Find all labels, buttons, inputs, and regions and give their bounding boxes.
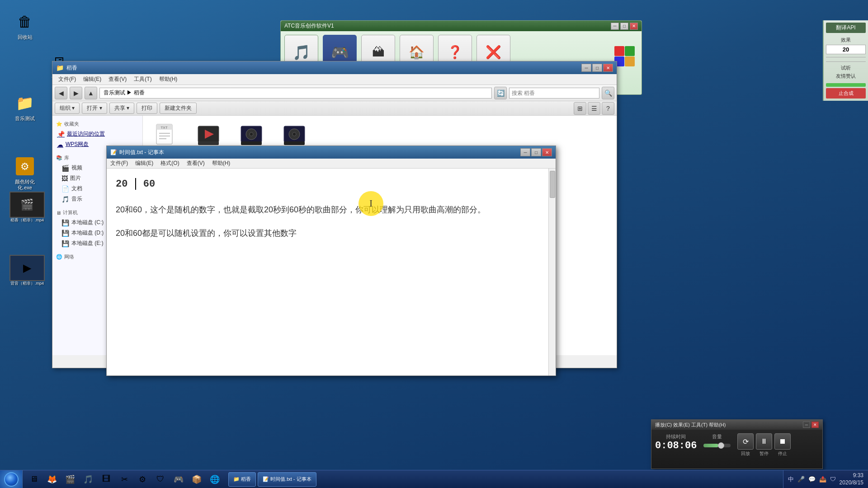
stop-btn[interactable]: ⏹ bbox=[774, 433, 791, 450]
desktop-icon-music[interactable]: 📁 音乐测试 bbox=[7, 90, 43, 123]
menu-tools[interactable]: 工具(T) bbox=[130, 75, 155, 84]
new-folder-btn[interactable]: 新建文件夹 bbox=[160, 103, 197, 114]
taskbar-icon-antivirus[interactable]: 🛡 bbox=[152, 471, 169, 488]
explorer-title-left: 📁 稻香 bbox=[56, 64, 77, 72]
notepad-minimize-btn[interactable]: ─ bbox=[520, 148, 530, 156]
notepad-menu-format[interactable]: 格式(O) bbox=[157, 159, 183, 168]
stop-synth-btn[interactable]: 止合成 bbox=[826, 88, 866, 99]
notepad-title-text: 时间值.txt - 记事本 bbox=[119, 149, 164, 156]
notepad-scrollbar[interactable] bbox=[548, 169, 556, 375]
media-close-btn[interactable]: ✕ bbox=[811, 422, 819, 428]
music-icon: 🎵 bbox=[61, 196, 69, 203]
explorer-close-btn[interactable]: ✕ bbox=[603, 64, 613, 72]
notepad-menu-view[interactable]: 查看(V) bbox=[183, 159, 208, 168]
recent-label: 最近访问的位置 bbox=[67, 130, 105, 138]
transform-icon: ⚙ bbox=[14, 155, 36, 177]
taskbar-icon-explorer[interactable]: 🖥 bbox=[26, 471, 42, 488]
share-btn[interactable]: 共享 ▾ bbox=[109, 103, 134, 114]
taskbar-app-notepad[interactable]: 📝 时间值.txt - 记事本 bbox=[258, 472, 316, 487]
volume-bar[interactable] bbox=[703, 444, 731, 447]
star-icon: ⭐ bbox=[56, 121, 62, 127]
search-input[interactable] bbox=[509, 88, 599, 99]
taskbar-icon-ae[interactable]: 🎞 bbox=[98, 471, 114, 488]
address-bar[interactable]: 音乐测试 ▶ 稻香 bbox=[99, 88, 492, 99]
explorer-toolbar: ◀ ▶ ▲ 音乐测试 ▶ 稻香 🔄 🔍 bbox=[52, 85, 617, 101]
atc-minimize-btn[interactable]: ─ bbox=[611, 23, 619, 30]
taskbar-icon-media[interactable]: 🎬 bbox=[62, 471, 78, 488]
menu-help[interactable]: 帮助(H) bbox=[156, 75, 181, 84]
explorer-minimize-btn[interactable]: ─ bbox=[581, 64, 591, 72]
friend-label: 友情赞认 bbox=[826, 73, 866, 80]
local-c-label: 本地磁盘 (C:) bbox=[71, 219, 104, 226]
taskbar-icon-ie[interactable]: 🌐 bbox=[207, 471, 223, 488]
taskbar-icon-k[interactable]: 🎵 bbox=[80, 471, 96, 488]
desktop-video-thumb-2[interactable]: ▶ 背音（稻非）.mp4 bbox=[7, 253, 47, 288]
desktop-icon-recycle[interactable]: 🗑 回收站 bbox=[7, 9, 43, 42]
menu-file[interactable]: 文件(F) bbox=[55, 75, 80, 84]
stop-btn-group: ⏹ 停止 bbox=[774, 433, 791, 457]
volume-thumb bbox=[718, 442, 724, 449]
atc-window-controls: ─ □ ✕ bbox=[611, 23, 638, 30]
print-btn[interactable]: 打印 bbox=[137, 103, 157, 114]
local-c-icon: 💾 bbox=[61, 219, 69, 226]
nav-recent[interactable]: 📌 最近访问的位置 bbox=[52, 129, 142, 139]
music-label: 音乐 bbox=[71, 195, 82, 203]
recycle-bin-icon: 🗑 bbox=[14, 11, 36, 33]
atc-maximize-btn[interactable]: □ bbox=[620, 23, 628, 30]
atc-close-btn[interactable]: ✕ bbox=[630, 23, 638, 30]
media-time-display: 0:08:06 bbox=[655, 440, 697, 451]
view-list-btn[interactable]: ☰ bbox=[588, 102, 600, 115]
green-btn[interactable] bbox=[826, 83, 866, 87]
divider-2 bbox=[826, 61, 866, 62]
computer-nav-label: 计算机 bbox=[63, 209, 78, 216]
view-icons-btn[interactable]: ⊞ bbox=[574, 102, 586, 115]
media-minimize-btn[interactable]: ─ bbox=[803, 422, 810, 428]
taskbar-icon-compress[interactable]: 📦 bbox=[189, 471, 205, 488]
refresh-btn[interactable]: 🔄 bbox=[494, 87, 507, 99]
forward-btn[interactable]: ▶ bbox=[70, 87, 82, 99]
media-ctrl-btns: ─ ✕ bbox=[803, 422, 819, 428]
tray-mic-icon: 🎤 bbox=[797, 476, 805, 483]
explorer-maximize-btn[interactable]: □ bbox=[592, 64, 602, 72]
notepad-icon: 📝 bbox=[110, 149, 117, 155]
media-time-label: 持续时间 bbox=[666, 433, 686, 440]
atc-titlebar: ATC音乐创作软件V1 ─ □ ✕ bbox=[281, 21, 642, 31]
menu-edit[interactable]: 编辑(E) bbox=[80, 75, 105, 84]
notepad-menu-edit[interactable]: 编辑(E) bbox=[132, 159, 157, 168]
start-button[interactable] bbox=[0, 470, 23, 488]
notepad-scrollbar-thumb bbox=[550, 171, 555, 198]
taskbar-icon-settings[interactable]: ⚙ bbox=[134, 471, 151, 488]
search-btn[interactable]: 🔍 bbox=[602, 87, 614, 99]
up-btn[interactable]: ▲ bbox=[85, 87, 97, 99]
svg-rect-3 bbox=[625, 46, 635, 56]
notepad-menu-help[interactable]: 帮助(H) bbox=[208, 159, 234, 168]
explorer-menubar: 文件(F) 编辑(E) 查看(V) 工具(T) 帮助(H) bbox=[52, 74, 617, 85]
notepad-menu-file[interactable]: 文件(F) bbox=[107, 159, 132, 168]
desktop: 🗑 回收站 🖥 计算机 📁 音乐测试 ⚙ 颜色转化化.exe 🎬 稻香（稻非）.… bbox=[0, 0, 868, 488]
taskbar-icon-firefox[interactable]: 🦊 bbox=[44, 471, 60, 488]
tray-date: 2020/8/15 bbox=[840, 479, 863, 487]
notepad-close-btn[interactable]: ✕ bbox=[542, 148, 552, 156]
organize-btn[interactable]: 组织 ▾ bbox=[55, 103, 80, 114]
back-btn[interactable]: ◀ bbox=[55, 87, 67, 99]
computer-nav-icon: 🖥 bbox=[56, 210, 61, 216]
pause-btn[interactable]: ⏸ bbox=[756, 433, 772, 450]
taskbar-icon-game[interactable]: 🎮 bbox=[170, 471, 187, 488]
open-btn[interactable]: 打开 ▾ bbox=[82, 103, 107, 114]
notepad-maximize-btn[interactable]: □ bbox=[531, 148, 541, 156]
notepad-content[interactable]: 20 60 20和60，这个是随机的数字，也就是截取20秒到60秒的歌曲部分，你… bbox=[107, 169, 556, 375]
taskbar-icon-cut[interactable]: ✂ bbox=[116, 471, 132, 488]
replay-btn[interactable]: ⟳ bbox=[737, 433, 754, 450]
desktop-video-thumb-1[interactable]: 🎬 稻香（稻非）.mp4 bbox=[7, 190, 47, 225]
notepad-title-left: 📝 时间值.txt - 记事本 bbox=[110, 149, 164, 156]
desktop-icon-transform[interactable]: ⚙ 颜色转化化.exe bbox=[7, 154, 43, 192]
taskbar-app-explorer[interactable]: 📁 稻香 bbox=[228, 472, 256, 487]
svg-text:⚙: ⚙ bbox=[20, 161, 29, 172]
view-help-btn[interactable]: ? bbox=[602, 102, 614, 115]
media-title-text: 播放(C) 效果(E) 工具(T) 帮助(H) bbox=[655, 422, 726, 428]
svg-point-17 bbox=[250, 132, 253, 136]
nav-favorites-header[interactable]: ⭐ 收藏夹 bbox=[52, 119, 142, 129]
menu-view[interactable]: 查看(V) bbox=[105, 75, 130, 84]
favorites-label: 收藏夹 bbox=[64, 121, 79, 127]
replay-btn-group: ⟳ 回放 bbox=[737, 433, 754, 457]
